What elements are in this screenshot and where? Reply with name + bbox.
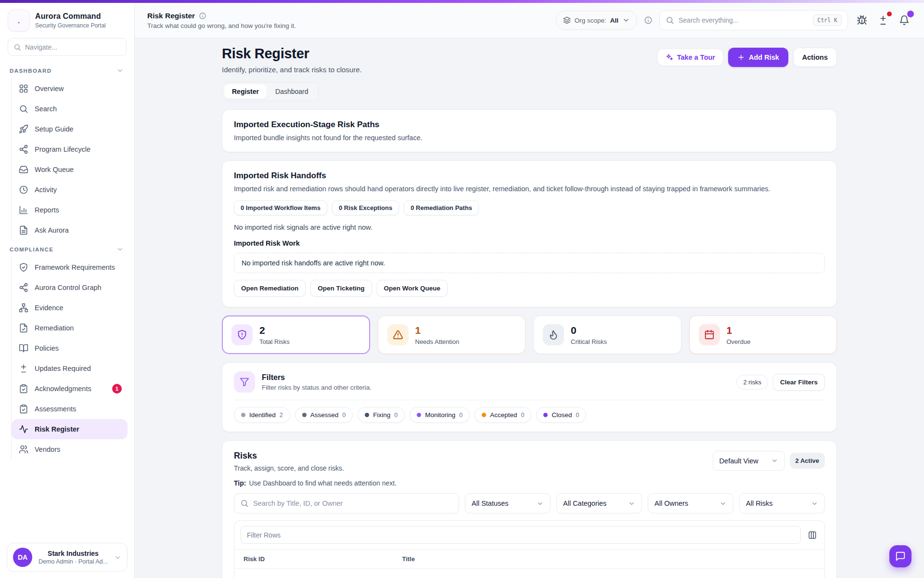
nav-group-dashboard: Overview Search Setup Guide Program Life… (11, 79, 128, 240)
sidebar-item-activity[interactable]: Activity (12, 180, 128, 200)
sidebar-item-setup-guide[interactable]: Setup Guide (12, 119, 128, 139)
actions-button[interactable]: Actions (793, 48, 837, 67)
risk-search-input[interactable] (253, 499, 453, 507)
stats-row: 2Total Risks 1Needs Attention 0Critical … (222, 315, 837, 354)
status-count: 0 (521, 412, 524, 419)
workflow-icon (19, 283, 28, 292)
risks-card: Risks Track, assign, score, and close ri… (222, 440, 837, 578)
stat-value: 1 (415, 325, 460, 336)
page-header: Risk Register Identify, prioritize, and … (222, 46, 837, 74)
risk-search[interactable] (234, 493, 459, 513)
stat-value: 1 (727, 325, 751, 336)
page-subtitle: Identify, prioritize, and track risks to… (222, 66, 362, 74)
sidebar-item-vendors[interactable]: Vendors (12, 439, 128, 460)
sidebar-item-framework-requirements[interactable]: Framework Requirements (12, 257, 128, 277)
card-title: Imported Risk Handoffs (234, 171, 825, 181)
grid-icon (19, 84, 28, 93)
activity-icon (19, 424, 28, 434)
add-risk-button[interactable]: Add Risk (728, 48, 788, 67)
status-count: 2 (280, 412, 283, 419)
categories-select[interactable]: All Categories (556, 493, 642, 513)
nav-group-compliance: Framework Requirements Aurora Control Gr… (11, 257, 128, 460)
sidebar-item-label: Reports (35, 206, 59, 214)
info-icon[interactable] (199, 12, 206, 20)
navigate-search[interactable] (8, 38, 127, 56)
filter-identified[interactable]: Identified2 (234, 407, 290, 423)
main-area: Risk Register Track what could go wrong,… (135, 3, 924, 578)
stat-label: Overdue (727, 338, 751, 345)
account-text: Stark Industries Demo Admin · Portal Ad.… (38, 550, 109, 565)
sidebar-item-updates-required[interactable]: Updates Required (12, 358, 128, 379)
sidebar-item-policies[interactable]: Policies (12, 338, 128, 358)
open-ticketing-button[interactable]: Open Ticketing (310, 280, 372, 297)
sidebar-item-aurora-control-graph[interactable]: Aurora Control Graph (12, 277, 128, 298)
section-header-dashboard[interactable]: DASHBOARD (7, 62, 128, 79)
stat-total-risks[interactable]: 2Total Risks (222, 315, 370, 354)
section-label: DASHBOARD (10, 68, 51, 74)
filter-closed[interactable]: Closed0 (536, 407, 586, 423)
table-row[interactable]: R-9d4ca400-78fe-4b82-ab7a-861af7aebd2a C… (234, 569, 825, 578)
global-search-input[interactable] (679, 16, 808, 24)
sidebar-item-label: Search (35, 105, 57, 113)
sidebar-item-search[interactable]: Search (12, 99, 128, 119)
clipboard-check-icon (19, 384, 28, 394)
updates-button[interactable] (876, 13, 890, 27)
open-remediation-button[interactable]: Open Remediation (234, 280, 306, 297)
account-menu[interactable]: DA Stark Industries Demo Admin · Portal … (7, 543, 128, 572)
status-dot (543, 413, 548, 417)
sidebar-item-remediation[interactable]: Remediation (12, 318, 128, 338)
avatar: DA (13, 548, 32, 567)
account-role: Demo Admin · Portal Ad... (38, 558, 109, 565)
file-check-icon (19, 323, 28, 333)
sidebar-item-reports[interactable]: Reports (12, 200, 128, 220)
debug-button[interactable] (855, 13, 869, 27)
sidebar-item-label: Setup Guide (35, 125, 74, 133)
take-a-tour-button[interactable]: Take a Tour (657, 49, 723, 66)
sidebar-item-evidence[interactable]: Evidence (12, 298, 128, 318)
filters-subtitle: Filter risks by status and other criteri… (262, 384, 372, 391)
global-search[interactable]: Ctrl K (659, 10, 848, 30)
select-value: All Risks (746, 499, 773, 507)
filter-assessed[interactable]: Assessed0 (295, 407, 353, 423)
chat-button[interactable] (889, 545, 911, 567)
sidebar-item-ask-aurora[interactable]: Ask Aurora (12, 220, 128, 240)
stat-overdue[interactable]: 1Overdue (689, 315, 837, 354)
org-scope-selector[interactable]: Org scope: All (556, 11, 637, 30)
info-icon[interactable] (644, 16, 653, 25)
risks-select[interactable]: All Risks (739, 493, 825, 513)
sidebar-item-work-queue[interactable]: Work Queue (12, 159, 128, 180)
notifications-button[interactable] (897, 13, 911, 27)
columns-button[interactable] (807, 529, 818, 541)
active-count-badge: 2 Active (790, 453, 825, 469)
statuses-select[interactable]: All Statuses (465, 493, 551, 513)
status-label: Assessed (310, 411, 339, 419)
filter-rows-input[interactable] (241, 526, 801, 544)
risk-exceptions-chip: 0 Risk Exceptions (332, 200, 399, 215)
keyboard-shortcut: Ctrl K (813, 14, 842, 26)
filter-accepted[interactable]: Accepted0 (475, 407, 531, 423)
workflow-icon (19, 144, 28, 154)
section-header-compliance[interactable]: COMPLIANCE (7, 240, 128, 257)
shield-alert-icon (231, 324, 253, 345)
sidebar-item-label: Remediation (35, 324, 74, 332)
stat-needs-attention[interactable]: 1Needs Attention (378, 315, 526, 354)
plus-icon (737, 53, 745, 61)
shield-check-icon (19, 263, 28, 272)
tab-dashboard[interactable]: Dashboard (268, 84, 316, 99)
sidebar-item-overview[interactable]: Overview (12, 79, 128, 99)
sidebar-item-program-lifecycle[interactable]: Program Lifecycle (12, 139, 128, 159)
tab-register[interactable]: Register (224, 84, 267, 99)
open-work-queue-button[interactable]: Open Work Queue (377, 280, 448, 297)
sidebar-item-risk-register[interactable]: Risk Register (12, 419, 128, 439)
filter-monitoring[interactable]: Monitoring0 (410, 407, 470, 423)
risks-subtitle: Track, assign, score, and close risks. (234, 464, 344, 472)
owners-select[interactable]: All Owners (648, 493, 733, 513)
sidebar-item-assessments[interactable]: Assessments (12, 399, 128, 419)
view-select[interactable]: Default View (713, 451, 785, 471)
sidebar-item-acknowledgments[interactable]: Acknowledgments1 (12, 379, 128, 399)
chevron-down-icon (811, 500, 818, 507)
clear-filters-button[interactable]: Clear Filters (773, 374, 825, 391)
stat-critical-risks[interactable]: 0Critical Risks (533, 315, 681, 354)
filter-fixing[interactable]: Fixing0 (358, 407, 405, 423)
navigate-input[interactable] (25, 43, 121, 51)
